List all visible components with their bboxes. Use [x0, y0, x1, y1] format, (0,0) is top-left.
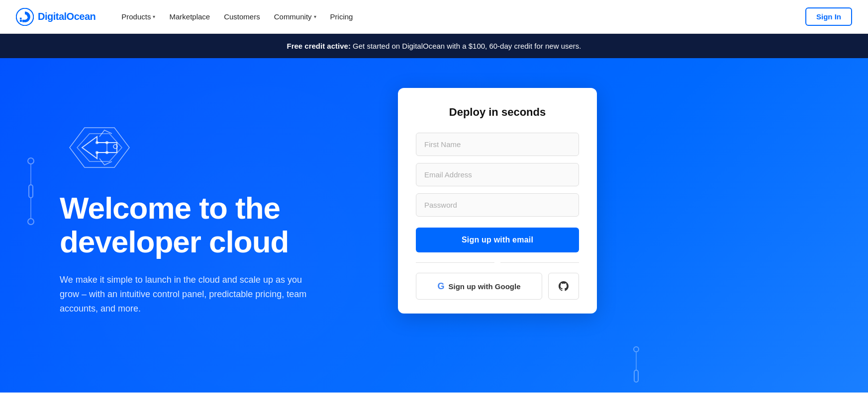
hero-section: Welcome to the developer cloud We make i…: [0, 58, 868, 393]
svg-rect-3: [20, 17, 22, 19]
nav-label-community: Community: [274, 12, 312, 21]
nav-item-products[interactable]: Products ▾: [115, 8, 161, 25]
svg-rect-2: [20, 19, 22, 21]
signup-google-button[interactable]: G Sign up with Google: [416, 273, 542, 300]
svg-point-6: [105, 141, 108, 144]
divider: [416, 262, 579, 263]
nav-label-products: Products: [121, 12, 151, 21]
password-input[interactable]: [416, 193, 579, 217]
email-group: [416, 163, 579, 186]
deco-bottom-right: [633, 346, 639, 383]
deco-line-2: [30, 198, 31, 218]
nav-label-customers: Customers: [224, 12, 260, 21]
svg-rect-1: [22, 19, 25, 22]
svg-point-5: [96, 151, 98, 154]
deco-circle-3: [633, 346, 639, 352]
github-icon: [558, 280, 570, 292]
first-name-group: [416, 133, 579, 156]
hero-subtitle: We make it simple to launch in the cloud…: [60, 273, 318, 316]
first-name-input[interactable]: [416, 133, 579, 156]
deco-pill-2: [634, 370, 639, 383]
chevron-down-icon: ▾: [153, 14, 155, 19]
deco-circle-1: [27, 158, 34, 164]
divider-line-left: [416, 262, 494, 263]
svg-point-4: [96, 141, 98, 144]
alt-signup-row: G Sign up with Google: [416, 273, 579, 300]
banner-text: Get started on DigitalOcean with a $100,…: [353, 42, 581, 50]
google-icon: G: [438, 281, 445, 292]
deco-pill-1: [28, 184, 33, 198]
nav-label-pricing: Pricing: [330, 12, 353, 21]
nav-item-customers[interactable]: Customers: [218, 8, 266, 25]
deco-circle-2: [27, 218, 34, 225]
svg-point-0: [16, 8, 34, 25]
signin-button[interactable]: Sign In: [805, 7, 852, 26]
hero-content: Welcome to the developer cloud We make i…: [60, 88, 398, 316]
logo-link[interactable]: DigitalOcean: [16, 8, 96, 26]
email-input[interactable]: [416, 163, 579, 186]
promo-banner: Free credit active: Get started on Digit…: [0, 34, 868, 58]
signup-card: Deploy in seconds Sign up with email G S…: [398, 88, 597, 314]
password-group: [416, 193, 579, 217]
nav-item-pricing[interactable]: Pricing: [324, 8, 359, 25]
deco-left: [27, 158, 34, 225]
nav-menu: Products ▾ Marketplace Customers Communi…: [115, 8, 805, 25]
svg-point-7: [105, 151, 108, 154]
navbar: DigitalOcean Products ▾ Marketplace Cust…: [0, 0, 868, 34]
deco-line-1: [30, 164, 31, 184]
deco-line-3: [636, 352, 637, 370]
svg-point-11: [113, 145, 117, 149]
banner-bold-text: Free credit active:: [287, 42, 351, 50]
nav-item-community[interactable]: Community ▾: [268, 8, 322, 25]
nav-label-marketplace: Marketplace: [169, 12, 210, 21]
signup-card-title: Deploy in seconds: [416, 106, 579, 119]
logo-text: DigitalOcean: [38, 11, 96, 22]
hero-illustration: [60, 118, 398, 179]
divider-line-right: [500, 262, 579, 263]
signup-email-button[interactable]: Sign up with email: [416, 228, 579, 252]
logo-icon: [16, 8, 34, 26]
signup-github-button[interactable]: [548, 273, 579, 300]
chevron-down-icon: ▾: [314, 14, 316, 19]
hero-title: Welcome to the developer cloud: [60, 191, 398, 259]
nav-item-marketplace[interactable]: Marketplace: [163, 8, 216, 25]
signup-google-label: Sign up with Google: [449, 282, 521, 291]
